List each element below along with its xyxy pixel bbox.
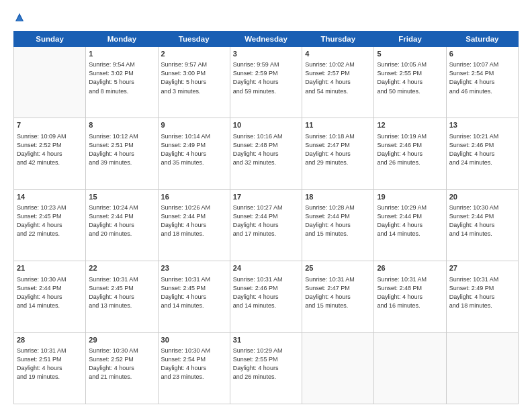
logo: [13, 12, 28, 24]
day-info: Sunrise: 10:19 AMSunset: 2:46 PMDaylight…: [377, 132, 443, 167]
day-info: Sunrise: 10:31 AMSunset: 2:45 PMDaylight…: [161, 275, 227, 310]
day-info: Sunrise: 10:09 AMSunset: 2:52 PMDaylight…: [17, 132, 83, 167]
day-cell: 25Sunrise: 10:31 AMSunset: 2:47 PMDaylig…: [302, 261, 374, 332]
day-number: 24: [233, 263, 299, 273]
day-info: Sunrise: 10:26 AMSunset: 2:44 PMDaylight…: [161, 203, 227, 238]
day-info: Sunrise: 10:31 AMSunset: 2:49 PMDaylight…: [449, 275, 515, 310]
day-info: Sunrise: 10:27 AMSunset: 2:44 PMDaylight…: [233, 203, 299, 238]
week-row-4: 21Sunrise: 10:30 AMSunset: 2:44 PMDaylig…: [14, 261, 519, 332]
day-number: 16: [161, 192, 227, 202]
day-cell: 22Sunrise: 10:31 AMSunset: 2:45 PMDaylig…: [86, 261, 158, 332]
day-cell: 12Sunrise: 10:19 AMSunset: 2:46 PMDaylig…: [374, 118, 446, 189]
day-number: 11: [305, 120, 371, 130]
day-cell: 8Sunrise: 10:12 AMSunset: 2:51 PMDayligh…: [86, 118, 158, 189]
day-cell: 29Sunrise: 10:30 AMSunset: 2:52 PMDaylig…: [86, 332, 158, 404]
day-info: Sunrise: 9:57 AMSunset: 3:00 PMDaylight:…: [161, 60, 227, 95]
day-cell: 23Sunrise: 10:31 AMSunset: 2:45 PMDaylig…: [158, 261, 230, 332]
day-cell: 18Sunrise: 10:28 AMSunset: 2:44 PMDaylig…: [302, 189, 374, 261]
day-number: 19: [377, 192, 443, 202]
header: [13, 12, 519, 24]
day-info: Sunrise: 10:30 AMSunset: 2:54 PMDaylight…: [161, 347, 227, 381]
day-cell: 31Sunrise: 10:29 AMSunset: 2:55 PMDaylig…: [230, 332, 302, 404]
day-number: 26: [377, 263, 443, 273]
day-info: Sunrise: 10:28 AMSunset: 2:44 PMDaylight…: [305, 203, 371, 238]
day-number: 18: [305, 192, 371, 202]
day-cell: 11Sunrise: 10:18 AMSunset: 2:47 PMDaylig…: [302, 118, 374, 189]
day-info: Sunrise: 10:31 AMSunset: 2:47 PMDaylight…: [305, 275, 371, 310]
day-number: 12: [377, 120, 443, 130]
day-info: Sunrise: 10:21 AMSunset: 2:46 PMDaylight…: [449, 132, 515, 167]
day-cell: 14Sunrise: 10:23 AMSunset: 2:45 PMDaylig…: [14, 189, 86, 261]
day-info: Sunrise: 10:31 AMSunset: 2:45 PMDaylight…: [89, 275, 154, 310]
day-cell: 6Sunrise: 10:07 AMSunset: 2:54 PMDayligh…: [446, 47, 518, 118]
day-number: 29: [89, 335, 154, 345]
weekday-header-friday: Friday: [374, 32, 446, 47]
day-cell: 30Sunrise: 10:30 AMSunset: 2:54 PMDaylig…: [158, 332, 230, 404]
day-cell: 26Sunrise: 10:31 AMSunset: 2:48 PMDaylig…: [374, 261, 446, 332]
day-number: 30: [161, 335, 227, 345]
day-info: Sunrise: 10:05 AMSunset: 2:55 PMDaylight…: [377, 60, 443, 95]
day-number: 17: [233, 192, 299, 202]
day-info: Sunrise: 10:23 AMSunset: 2:45 PMDaylight…: [17, 203, 83, 238]
day-number: 21: [17, 263, 83, 273]
weekday-header-row: SundayMondayTuesdayWednesdayThursdayFrid…: [14, 32, 519, 47]
day-info: Sunrise: 10:14 AMSunset: 2:49 PMDaylight…: [161, 132, 227, 167]
day-info: Sunrise: 10:02 AMSunset: 2:57 PMDaylight…: [305, 60, 371, 95]
day-info: Sunrise: 10:16 AMSunset: 2:48 PMDaylight…: [233, 132, 299, 167]
day-cell: 2Sunrise: 9:57 AMSunset: 3:00 PMDaylight…: [158, 47, 230, 118]
day-cell: 1Sunrise: 9:54 AMSunset: 3:02 PMDaylight…: [86, 47, 158, 118]
day-number: 9: [161, 120, 227, 130]
day-number: 7: [17, 120, 83, 130]
day-cell: 24Sunrise: 10:31 AMSunset: 2:46 PMDaylig…: [230, 261, 302, 332]
day-cell: 4Sunrise: 10:02 AMSunset: 2:57 PMDayligh…: [302, 47, 374, 118]
day-info: Sunrise: 10:07 AMSunset: 2:54 PMDaylight…: [449, 60, 515, 95]
day-cell: 7Sunrise: 10:09 AMSunset: 2:52 PMDayligh…: [14, 118, 86, 189]
day-number: 8: [89, 120, 154, 130]
week-row-3: 14Sunrise: 10:23 AMSunset: 2:45 PMDaylig…: [14, 189, 519, 261]
day-cell: 28Sunrise: 10:31 AMSunset: 2:51 PMDaylig…: [14, 332, 86, 404]
day-number: 27: [449, 263, 515, 273]
day-number: 28: [17, 335, 83, 345]
day-cell: 3Sunrise: 9:59 AMSunset: 2:59 PMDaylight…: [230, 47, 302, 118]
day-info: Sunrise: 10:24 AMSunset: 2:44 PMDaylight…: [89, 203, 154, 238]
day-number: 3: [233, 49, 299, 59]
day-cell: 15Sunrise: 10:24 AMSunset: 2:44 PMDaylig…: [86, 189, 158, 261]
day-info: Sunrise: 10:30 AMSunset: 2:52 PMDaylight…: [89, 347, 154, 381]
day-info: Sunrise: 10:30 AMSunset: 2:44 PMDaylight…: [449, 203, 515, 238]
day-info: Sunrise: 9:59 AMSunset: 2:59 PMDaylight:…: [233, 60, 299, 95]
week-row-5: 28Sunrise: 10:31 AMSunset: 2:51 PMDaylig…: [14, 332, 519, 404]
day-cell: 19Sunrise: 10:29 AMSunset: 2:44 PMDaylig…: [374, 189, 446, 261]
week-row-2: 7Sunrise: 10:09 AMSunset: 2:52 PMDayligh…: [14, 118, 519, 189]
day-number: 4: [305, 49, 371, 59]
day-cell: 9Sunrise: 10:14 AMSunset: 2:49 PMDayligh…: [158, 118, 230, 189]
day-cell: 27Sunrise: 10:31 AMSunset: 2:49 PMDaylig…: [446, 261, 518, 332]
day-cell: 16Sunrise: 10:26 AMSunset: 2:44 PMDaylig…: [158, 189, 230, 261]
day-info: Sunrise: 10:12 AMSunset: 2:51 PMDaylight…: [89, 132, 154, 167]
day-number: 31: [233, 335, 299, 345]
day-number: 2: [161, 49, 227, 59]
day-number: 10: [233, 120, 299, 130]
day-cell: 5Sunrise: 10:05 AMSunset: 2:55 PMDayligh…: [374, 47, 446, 118]
day-info: Sunrise: 9:54 AMSunset: 3:02 PMDaylight:…: [89, 60, 154, 95]
day-cell: 17Sunrise: 10:27 AMSunset: 2:44 PMDaylig…: [230, 189, 302, 261]
day-cell: [14, 47, 86, 118]
day-info: Sunrise: 10:18 AMSunset: 2:47 PMDaylight…: [305, 132, 371, 167]
logo-icon: [13, 12, 26, 24]
day-number: 25: [305, 263, 371, 273]
weekday-header-thursday: Thursday: [302, 32, 374, 47]
day-number: 14: [17, 192, 83, 202]
day-cell: 13Sunrise: 10:21 AMSunset: 2:46 PMDaylig…: [446, 118, 518, 189]
day-number: 20: [449, 192, 515, 202]
day-info: Sunrise: 10:29 AMSunset: 2:55 PMDaylight…: [233, 347, 299, 381]
day-cell: 21Sunrise: 10:30 AMSunset: 2:44 PMDaylig…: [14, 261, 86, 332]
day-info: Sunrise: 10:30 AMSunset: 2:44 PMDaylight…: [17, 275, 83, 310]
day-info: Sunrise: 10:31 AMSunset: 2:48 PMDaylight…: [377, 275, 443, 310]
page: SundayMondayTuesdayWednesdayThursdayFrid…: [0, 0, 532, 411]
day-number: 22: [89, 263, 154, 273]
day-info: Sunrise: 10:31 AMSunset: 2:51 PMDaylight…: [17, 347, 83, 381]
day-cell: [302, 332, 374, 404]
day-info: Sunrise: 10:29 AMSunset: 2:44 PMDaylight…: [377, 203, 443, 238]
day-cell: 20Sunrise: 10:30 AMSunset: 2:44 PMDaylig…: [446, 189, 518, 261]
weekday-header-saturday: Saturday: [446, 32, 518, 47]
day-number: 15: [89, 192, 154, 202]
